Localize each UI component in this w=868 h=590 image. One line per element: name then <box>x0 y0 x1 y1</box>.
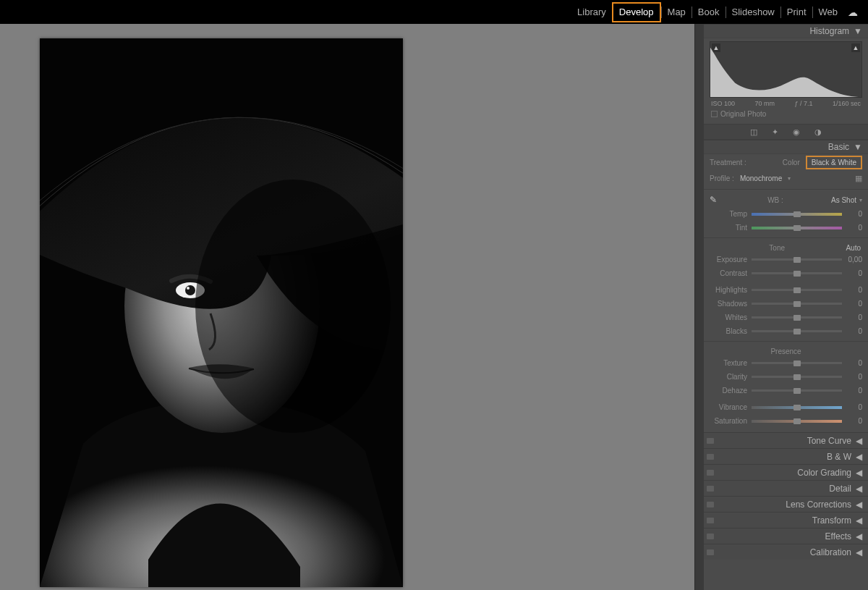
treatment-bw[interactable]: Black & White <box>806 156 862 169</box>
panel-header-calibration[interactable]: Calibration◀ <box>704 544 868 560</box>
shadows-value[interactable]: 0 <box>842 300 862 308</box>
panel-switch-icon[interactable] <box>707 518 714 523</box>
panel-switch-icon[interactable] <box>707 549 714 555</box>
basic-title: Basic <box>828 142 849 152</box>
right-panel-resize-handle[interactable] <box>694 24 704 590</box>
panel-header-color-grading[interactable]: Color Grading◀ <box>704 464 868 480</box>
histogram-aperture: ƒ / 7.1 <box>794 100 812 107</box>
whites-value[interactable]: 0 <box>842 313 862 321</box>
module-web[interactable]: Web <box>813 4 844 21</box>
module-slideshow[interactable]: Slideshow <box>726 4 780 21</box>
original-photo-label: Original Photo <box>720 110 766 118</box>
saturation-value[interactable]: 0 <box>842 417 862 425</box>
shadows-slider[interactable] <box>752 300 842 308</box>
crop-tool-icon[interactable]: ◫ <box>750 127 757 137</box>
contrast-value[interactable]: 0 <box>842 269 862 277</box>
contrast-slider[interactable] <box>752 269 842 277</box>
saturation-slider[interactable] <box>752 417 842 425</box>
chevron-left-icon: ◀ <box>856 500 862 510</box>
local-adjustments-toolbar: ◫ ✦ ◉ ◑ <box>704 124 868 140</box>
dehaze-slider[interactable] <box>752 387 842 395</box>
tint-slider[interactable] <box>752 224 842 232</box>
panel-header-detail[interactable]: Detail◀ <box>704 480 868 496</box>
temp-label: Temp <box>710 210 752 218</box>
blacks-slider[interactable] <box>752 327 842 335</box>
module-print[interactable]: Print <box>781 4 812 21</box>
treatment-color[interactable]: Color <box>783 159 800 167</box>
highlights-slider[interactable] <box>752 286 842 294</box>
module-picker: Library Develop Map Book Slideshow Print… <box>0 0 868 24</box>
presence-section-label: Presence <box>710 345 862 356</box>
develop-right-panels: Histogram ▼ ▲ ▲ ISO 100 70 mm ƒ / 7.1 1/… <box>704 24 868 590</box>
blacks-label: Blacks <box>710 327 752 335</box>
panel-title: B & W <box>827 452 851 462</box>
module-map[interactable]: Map <box>662 4 692 21</box>
panel-switch-icon[interactable] <box>707 502 714 507</box>
redeye-tool-icon[interactable]: ◉ <box>793 127 800 137</box>
panel-switch-icon[interactable] <box>707 438 714 444</box>
profile-label: Profile : <box>710 174 734 182</box>
whites-slider[interactable] <box>752 313 842 321</box>
histogram-canvas[interactable]: ▲ ▲ <box>710 41 862 98</box>
module-library[interactable]: Library <box>571 4 612 21</box>
basic-panel-header[interactable]: Basic ▼ <box>704 140 868 154</box>
chevron-left-icon: ◀ <box>856 468 862 478</box>
panel-header-effects[interactable]: Effects◀ <box>704 528 868 544</box>
panel-header-tone-curve[interactable]: Tone Curve◀ <box>704 432 868 448</box>
texture-label: Texture <box>710 359 752 367</box>
module-develop[interactable]: Develop <box>612 2 661 22</box>
wb-picker-icon[interactable]: ✎ <box>710 195 720 205</box>
panel-title: Lens Corrections <box>786 500 851 510</box>
panel-switch-icon[interactable] <box>707 470 714 476</box>
panel-switch-icon[interactable] <box>707 486 714 492</box>
exposure-value[interactable]: 0,00 <box>842 256 862 264</box>
tint-value[interactable]: 0 <box>842 224 862 232</box>
blacks-value[interactable]: 0 <box>842 327 862 335</box>
chevron-down-icon: ▼ <box>854 142 862 152</box>
shadows-label: Shadows <box>710 300 752 308</box>
profile-value[interactable]: Monochrome <box>740 174 782 182</box>
panel-header-transform[interactable]: Transform◀ <box>704 512 868 528</box>
masking-tool-icon[interactable]: ◑ <box>814 127 822 137</box>
svg-point-4 <box>187 287 190 290</box>
cloud-sync-icon[interactable]: ☁ <box>848 7 858 18</box>
vibrance-slider[interactable] <box>752 403 842 411</box>
chevron-left-icon: ◀ <box>856 531 862 541</box>
histogram-shutter: 1/160 sec <box>833 100 861 107</box>
panel-switch-icon[interactable] <box>707 534 714 539</box>
exposure-slider[interactable] <box>752 256 842 264</box>
svg-point-3 <box>185 285 195 295</box>
tint-label: Tint <box>710 224 752 232</box>
panel-header-b-w[interactable]: B & W◀ <box>704 448 868 464</box>
dehaze-value[interactable]: 0 <box>842 387 862 395</box>
wb-preset[interactable]: As Shot <box>831 196 858 204</box>
wb-label: WB : <box>720 196 831 204</box>
vibrance-label: Vibrance <box>710 403 752 411</box>
texture-slider[interactable] <box>752 359 842 367</box>
heal-tool-icon[interactable]: ✦ <box>772 127 778 137</box>
clarity-label: Clarity <box>710 373 752 381</box>
panel-switch-icon[interactable] <box>707 454 714 460</box>
temp-value[interactable]: 0 <box>842 210 862 218</box>
histogram-iso: ISO 100 <box>711 100 735 107</box>
profile-browser-icon[interactable]: ▦ <box>855 174 862 183</box>
chevron-left-icon: ◀ <box>856 484 862 494</box>
panel-header-lens-corrections[interactable]: Lens Corrections◀ <box>704 496 868 512</box>
contrast-label: Contrast <box>710 269 752 277</box>
module-book[interactable]: Book <box>692 4 726 21</box>
vibrance-value[interactable]: 0 <box>842 403 862 411</box>
clarity-value[interactable]: 0 <box>842 373 862 381</box>
saturation-label: Saturation <box>710 417 752 425</box>
texture-value[interactable]: 0 <box>842 359 862 367</box>
develop-loupe-preview[interactable] <box>40 38 403 587</box>
histogram-panel-header[interactable]: Histogram ▼ <box>704 24 868 38</box>
highlights-value[interactable]: 0 <box>842 286 862 294</box>
original-photo-toggle[interactable]: Original Photo <box>710 109 862 121</box>
clarity-slider[interactable] <box>752 373 842 381</box>
chevron-left-icon: ◀ <box>856 547 862 557</box>
auto-tone-button[interactable]: Auto <box>844 244 862 252</box>
panel-title: Color Grading <box>797 468 851 478</box>
treatment-label: Treatment : <box>710 159 746 167</box>
checkbox-icon <box>711 111 718 117</box>
temp-slider[interactable] <box>752 210 842 218</box>
